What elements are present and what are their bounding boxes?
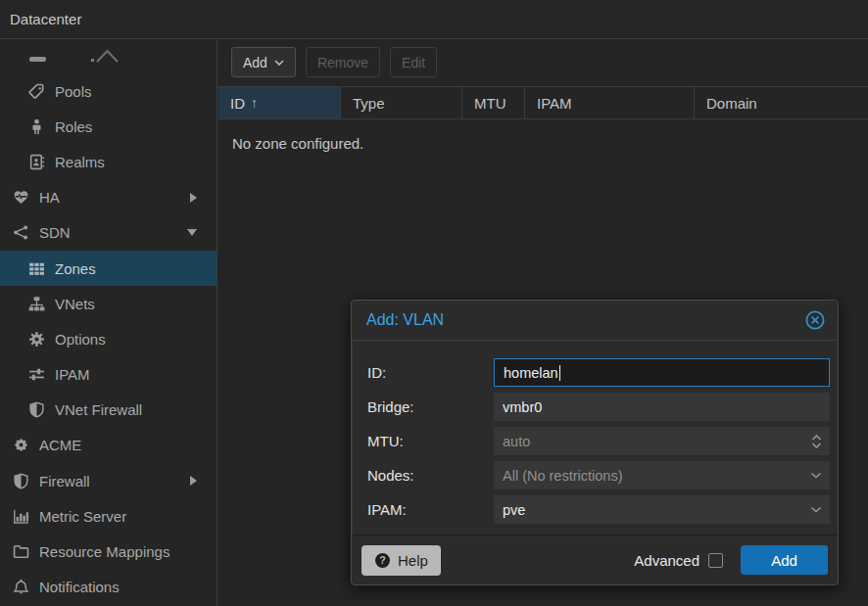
sidebar-item-notifications[interactable]: Notifications [0,570,217,605]
page-title: Datacenter [10,11,81,27]
shield-icon [13,473,29,489]
empty-table-message: No zone configured. [232,135,363,152]
add-button[interactable]: Add [231,47,296,77]
sidebar-item-roles[interactable]: Roles [0,109,217,144]
column-label: Type [353,95,385,112]
column-label: ID [230,95,245,112]
gear-icon [28,331,45,348]
sidebar-item-clipped[interactable] [0,40,217,73]
sidebar-item-vnets[interactable]: VNets [0,286,217,321]
expand-arrow-icon[interactable] [190,193,197,203]
sidebar-item-vnet-firewall[interactable]: VNet Firewall [0,393,217,428]
dialog-footer: ? Help Advanced Add [352,535,838,584]
tag-icon [28,83,45,100]
submit-add-button[interactable]: Add [741,545,828,575]
form-row-bridge: Bridge: vmbr0 [367,393,830,421]
bridge-field-label: Bridge: [367,398,494,415]
mtu-spinner[interactable]: auto [494,427,830,455]
form-row-nodes: Nodes: All (No restrictions) [367,461,830,489]
column-header-mtu[interactable]: MTU [462,87,525,118]
grid-icon [28,260,45,277]
help-button-label: Help [398,552,428,569]
nodes-select[interactable]: All (No restrictions) [494,461,830,489]
shield-icon [28,401,45,418]
svg-text:?: ? [379,554,385,566]
sidebar-item-options[interactable]: Options [0,321,217,356]
submit-add-label: Add [771,552,797,569]
sidebar-item-ipam[interactable]: IPAM [0,357,217,393]
form-row-ipam: IPAM: pve [367,495,830,524]
id-field-label: ID: [367,364,494,381]
sidebar-item-metric-server[interactable]: Metric Server [0,498,217,534]
form-row-mtu: MTU: auto [367,427,830,455]
sidebar-item-ha[interactable]: HA [0,180,217,215]
ipam-select[interactable]: pve [494,495,830,524]
mtu-placeholder: auto [503,434,530,449]
mtu-field-label: MTU: [367,433,494,449]
heartbeat-icon [13,189,29,206]
remove-button[interactable]: Remove [306,47,380,77]
form-row-id: ID: homelan [367,358,830,387]
column-label: IPAM [537,95,572,112]
chevron-down-icon[interactable] [810,495,822,524]
sidebar-item-label: Resource Mappings [39,543,169,560]
sidebar-item-acme[interactable]: ACME [0,428,217,463]
sidebar-item-label: IPAM [55,366,90,383]
dialog-header[interactable]: Add: VLAN [352,301,838,340]
nodes-placeholder: All (No restrictions) [503,468,622,484]
column-header-domain[interactable]: Domain [695,87,868,118]
sidebar-item-label: Notifications [39,579,120,595]
edit-button-label: Edit [402,55,425,70]
help-button[interactable]: ? Help [362,545,441,576]
sidebar-item-firewall[interactable]: Firewall [0,463,217,498]
address-book-icon [28,154,45,170]
advanced-checkbox[interactable] [708,553,723,568]
sidebar-item-zones[interactable]: Zones [0,251,217,286]
resource-tree: Pools Roles Realms HA SDN Zones [0,40,217,606]
add-vlan-dialog: Add: VLAN ID: homelan Bridge: vmbr0 MTU:… [351,300,839,585]
advanced-label: Advanced [634,552,699,569]
id-input[interactable]: homelan [494,358,830,387]
zones-table-header: ID ↑ Type MTU IPAM Domain [218,86,868,119]
chevron-down-icon [274,60,284,66]
sidebar-item-realms[interactable]: Realms [0,144,217,179]
sidebar-item-pools[interactable]: Pools [0,73,217,109]
chevron-down-icon[interactable] [810,461,822,489]
sidebar-item-resource-mappings[interactable]: Resource Mappings [0,534,217,569]
sidebar-item-label: Zones [55,260,96,277]
column-header-id[interactable]: ID ↑ [218,87,341,118]
bridge-input-value: vmbr0 [503,399,542,415]
close-icon[interactable] [804,309,826,331]
id-input-value: homelan [504,365,558,381]
sidebar-item-label: SDN [39,224,71,241]
column-label: Domain [706,95,757,112]
sidebar-item-label: Firewall [39,473,90,489]
clipped-text-fragment [91,59,94,62]
question-circle-icon: ? [374,552,391,569]
sidebar-item-label: Roles [55,118,92,135]
spinner-arrows-icon[interactable] [811,427,822,455]
bell-icon [13,579,29,595]
sliders-icon [28,366,45,383]
clipped-icon-fragment [29,57,46,62]
user-icon [28,118,45,135]
column-label: MTU [474,95,506,112]
bar-chart-icon [13,508,29,525]
expand-arrow-icon[interactable] [190,476,197,486]
sidebar-item-label: VNet Firewall [55,401,142,418]
sidebar-item-label: ACME [39,437,81,453]
ipam-field-label: IPAM: [367,501,494,518]
add-button-label: Add [243,55,267,70]
chevron-up-icon [95,49,120,64]
sidebar-item-label: Realms [55,154,105,170]
network-nodes-icon [13,224,29,241]
sidebar-item-label: HA [39,189,60,206]
sidebar-item-sdn[interactable]: SDN [0,215,217,251]
folder-icon [13,543,29,560]
edit-button[interactable]: Edit [390,47,437,77]
sidebar-item-label: Pools [55,83,92,100]
collapse-arrow-icon[interactable] [187,229,197,236]
column-header-type[interactable]: Type [341,87,462,118]
column-header-ipam[interactable]: IPAM [525,87,695,118]
bridge-input[interactable]: vmbr0 [494,393,830,421]
